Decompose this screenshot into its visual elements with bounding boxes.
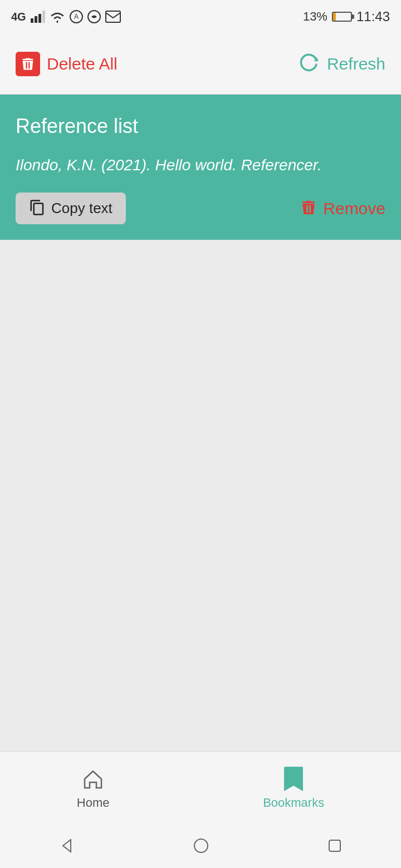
refresh-button[interactable]: Refresh: [297, 52, 385, 76]
trash-svg: [20, 56, 36, 72]
svg-rect-0: [31, 18, 33, 23]
bookmarks-nav-label: Bookmarks: [263, 796, 324, 810]
copy-text-label: Copy text: [51, 200, 113, 217]
system-nav-bar: [0, 823, 401, 868]
toolbar: Delete All Refresh: [0, 33, 401, 95]
svg-marker-9: [63, 840, 71, 852]
home-icon: [80, 766, 106, 792]
battery-icon: [332, 12, 352, 22]
signal-text: 4G: [11, 11, 26, 23]
reference-text: Ilondo, K.N. (2021). Hello world. Refere…: [16, 154, 385, 177]
remove-label: Remove: [323, 199, 385, 218]
svg-rect-3: [42, 11, 45, 23]
signal-bars-icon: [31, 11, 45, 23]
refresh-label: Refresh: [327, 55, 385, 73]
svg-rect-11: [329, 840, 340, 851]
home-nav-button[interactable]: Home: [77, 766, 110, 810]
status-right: 13% 11:43: [303, 9, 390, 24]
reference-actions: Copy text Remove: [16, 193, 385, 224]
time-display: 11:43: [356, 9, 390, 24]
svg-point-10: [194, 839, 208, 852]
battery-fill: [333, 13, 336, 21]
remove-trash-icon: [300, 199, 317, 218]
svg-text:A: A: [74, 13, 79, 21]
delete-all-label: Delete All: [47, 55, 118, 73]
bookmarks-icon: [280, 766, 307, 792]
remove-button[interactable]: Remove: [300, 199, 385, 218]
back-icon: [58, 837, 75, 854]
recents-button[interactable]: [327, 838, 343, 854]
status-bar: 4G A 13% 11:43: [0, 0, 401, 33]
bookmarks-nav-button[interactable]: Bookmarks: [263, 766, 324, 810]
wifi-icon: [50, 11, 65, 23]
clipboard-icon: [29, 199, 46, 218]
bottom-nav: Home Bookmarks: [0, 751, 401, 823]
whatsapp-icon: [87, 10, 101, 23]
battery-percent: 13%: [303, 9, 327, 24]
content-area: Reference list Ilondo, K.N. (2021). Hell…: [0, 95, 401, 751]
reference-card: Reference list Ilondo, K.N. (2021). Hell…: [0, 95, 401, 240]
back-button[interactable]: [58, 837, 75, 854]
reference-list-title: Reference list: [16, 115, 385, 138]
recents-icon: [327, 838, 343, 854]
home-system-icon: [193, 837, 209, 854]
svg-rect-1: [35, 16, 37, 23]
svg-rect-2: [38, 14, 41, 23]
home-nav-label: Home: [77, 796, 110, 810]
status-left: 4G A: [11, 10, 121, 23]
nav-icon-a: A: [70, 10, 83, 23]
copy-text-button[interactable]: Copy text: [16, 193, 126, 224]
delete-all-button[interactable]: Delete All: [16, 52, 118, 76]
refresh-icon: [297, 52, 320, 76]
home-system-button[interactable]: [193, 837, 209, 854]
delete-all-icon: [16, 52, 40, 76]
svg-rect-7: [106, 11, 120, 22]
gmail-icon: [105, 11, 121, 23]
